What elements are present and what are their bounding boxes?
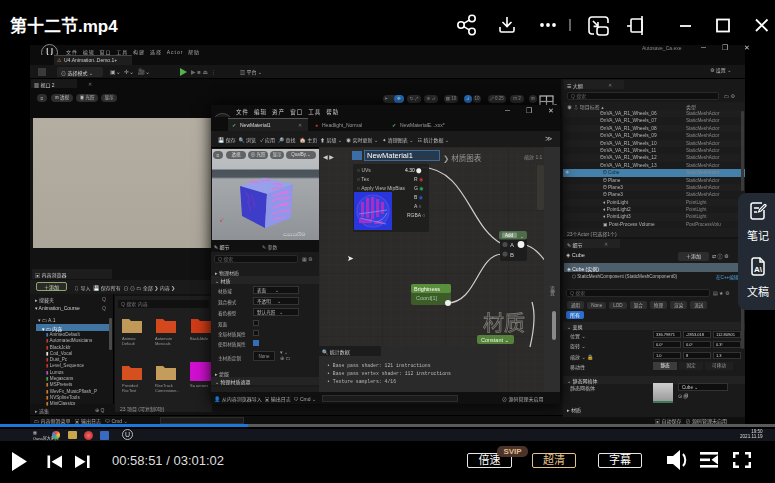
svg-text:Brightness: Brightness bbox=[414, 286, 440, 292]
svg-text:A\: A\ bbox=[754, 265, 763, 274]
svg-text:Add: Add bbox=[505, 233, 514, 238]
svg-text:Constant ⌄: Constant ⌄ bbox=[481, 337, 509, 343]
svg-text:A: A bbox=[510, 242, 514, 248]
svg-text:材质: 材质 bbox=[483, 311, 525, 334]
svg-text:B: B bbox=[510, 252, 514, 258]
svg-text:Coord[1]: Coord[1] bbox=[416, 295, 438, 301]
svg-text:⌄: ⌄ bbox=[520, 234, 524, 239]
